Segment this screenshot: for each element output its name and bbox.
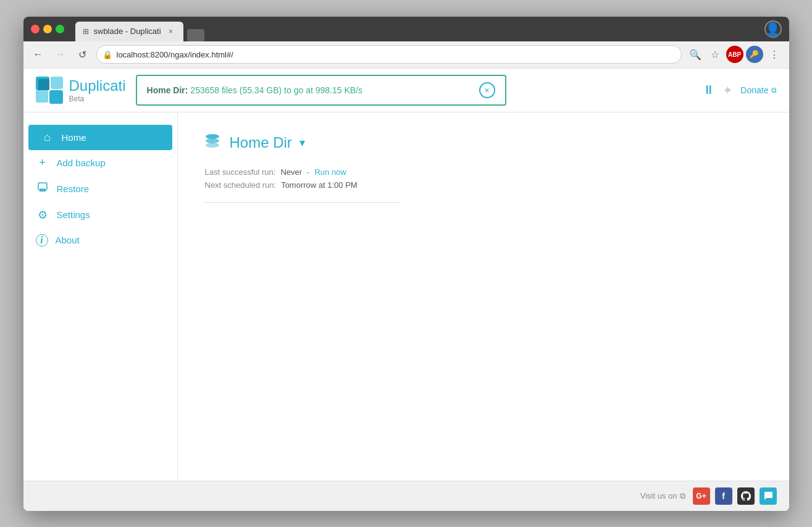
maximize-window-button[interactable] [56,25,64,33]
sidebar-label-restore: Restore [57,183,90,194]
status-label: Home Dir: [147,85,188,95]
svg-rect-4 [51,77,63,89]
divider [203,202,400,203]
tabs-area: ⊞ swblade - Duplicati × [75,17,204,41]
svg-rect-3 [36,90,48,103]
url-input[interactable] [96,45,682,64]
close-window-button[interactable] [31,25,40,33]
url-actions: 🔍 ☆ ABP 🔑 ⋮ [687,46,783,63]
status-value: 253658 files (55.34 GB) to go at 998.15 … [190,85,362,95]
pause-button[interactable]: ⏸ [703,83,715,97]
add-icon: + [36,156,49,169]
pause-icon: ⏸ [703,83,715,96]
info-icon: i [36,234,48,247]
social-icons: G+ f [693,487,777,505]
title-bar: ⊞ swblade - Duplicati × 👤 [23,17,789,41]
back-icon: ← [33,49,43,60]
home-icon: ⌂ [41,131,54,144]
address-bar: ← → ↺ 🔒 🔍 ☆ ABP 🔑 ⋮ [23,41,789,69]
external-link-icon: ⧉ [771,86,777,95]
tab-close-button[interactable]: × [166,27,176,36]
next-run-value: Tomorrow at 1:00 PM [281,180,358,190]
bookmark-button[interactable]: ☆ [706,46,724,63]
minimize-window-button[interactable] [43,25,52,33]
svg-rect-1 [38,79,49,90]
adblock-extension[interactable]: ABP [726,46,743,63]
sidebar-item-restore[interactable]: Restore [23,175,177,202]
status-banner: Home Dir: 253658 files (55.34 GB) to go … [136,75,506,106]
next-run-label: Next scheduled run: [205,180,277,190]
search-button[interactable]: 🔍 [687,46,704,63]
backup-chevron-icon[interactable]: ▾ [299,136,305,150]
status-close-button[interactable]: × [479,82,495,98]
google-plus-icon[interactable]: G+ [693,487,710,505]
app-content: Duplicati Beta Home Dir: 253658 files (5… [23,69,789,511]
back-button[interactable]: ← [30,46,47,63]
tab-favicon: ⊞ [83,27,89,36]
app-logo [36,77,63,104]
svg-rect-2 [49,90,63,104]
separator: - [307,167,309,177]
backup-layers-icon [203,131,222,155]
browser-window: ⊞ swblade - Duplicati × 👤 ← → ↺ 🔒 🔍 ☆ AB… [23,17,789,511]
tab-title: swblade - Duplicati [94,27,161,36]
logo-text: Duplicati Beta [69,77,126,103]
sidebar-label-settings: Settings [57,209,90,220]
visit-us-label: Visit us on [640,491,677,500]
content-area: Home Dir ▾ Last successful run: Never - … [178,112,789,481]
sidebar-item-settings[interactable]: ⚙ Settings [23,202,177,228]
github-icon[interactable] [737,487,755,505]
visit-us-icon: ⧉ [680,491,685,501]
status-text: Home Dir: 253658 files (55.34 GB) to go … [147,85,362,95]
app-beta: Beta [69,95,126,103]
svg-point-8 [206,134,219,139]
last-run-value: Never [280,167,302,177]
backup-header: Home Dir ▾ [203,131,764,155]
lock-extension[interactable]: 🔑 [746,46,763,63]
logo-area: Duplicati Beta [36,77,126,104]
window-controls [31,25,64,33]
restore-icon [36,182,49,196]
app-footer: Visit us on ⧉ G+ f [23,481,789,511]
url-container: 🔒 [96,45,682,64]
donate-label: Donate [740,85,768,95]
spinner: ✦ [722,83,733,98]
sidebar-label-about: About [56,235,80,245]
backup-info: Last successful run: Never - Run now Nex… [205,167,764,190]
sidebar-label-add-backup: Add backup [57,158,106,168]
sidebar-item-add-backup[interactable]: + Add backup [23,150,177,175]
settings-icon: ⚙ [36,208,49,222]
reload-button[interactable]: ↺ [74,46,91,63]
donate-button[interactable]: Donate ⧉ [740,85,776,95]
sidebar-label-home: Home [62,132,86,143]
forward-button[interactable]: → [52,46,69,63]
last-run-label: Last successful run: [205,167,276,177]
sidebar-item-about[interactable]: i About [23,228,177,253]
app-name: Duplicati [69,77,126,95]
secure-icon: 🔒 [103,50,112,59]
sidebar-item-home[interactable]: ⌂ Home [28,125,172,150]
profile-button[interactable]: 👤 [764,20,782,38]
new-tab-button[interactable] [187,29,204,41]
last-run-row: Last successful run: Never - Run now [205,167,764,177]
app-header: Duplicati Beta Home Dir: 253658 files (5… [23,69,789,112]
forward-icon: → [56,49,65,60]
sidebar: ⌂ Home + Add backup Restore [23,112,178,481]
next-run-row: Next scheduled run: Tomorrow at 1:00 PM [205,180,764,190]
run-now-link[interactable]: Run now [314,167,346,177]
menu-button[interactable]: ⋮ [766,46,783,63]
visit-us-text: Visit us on ⧉ [640,491,685,501]
facebook-icon[interactable]: f [715,487,732,505]
reload-icon: ↺ [78,49,86,61]
svg-point-10 [206,143,219,148]
active-tab[interactable]: ⊞ swblade - Duplicati × [75,22,183,41]
main-layout: ⌂ Home + Add backup Restore [23,112,789,481]
svg-point-9 [206,138,219,143]
backup-title: Home Dir [230,134,292,151]
header-actions: ⏸ ✦ Donate ⧉ [703,83,776,98]
chat-icon[interactable] [760,487,777,505]
